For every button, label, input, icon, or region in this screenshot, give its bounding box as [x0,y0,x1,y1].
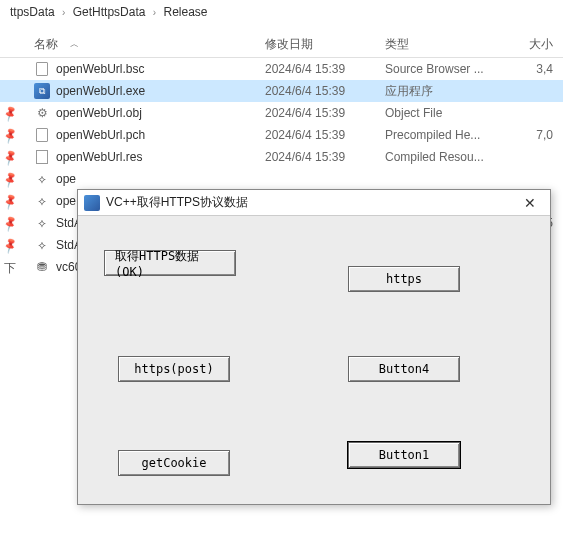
https-post-button[interactable]: https(post) [118,356,230,382]
file-size: 7,0 [505,128,563,142]
file-name: openWebUrl.pch [56,128,145,142]
file-size: 3,4 [505,62,563,76]
file-name: openWebUrl.exe [56,84,145,98]
file-row[interactable]: 📌openWebUrl.pch2024/6/4 15:39Precompiled… [0,124,563,146]
truncated-left-text: 下 [4,260,16,277]
pin-icon: 📌 [0,124,22,145]
file-name: openWebUrl.obj [56,106,142,120]
get-https-data-button[interactable]: 取得HTTPS数据(OK) [104,250,236,276]
column-name[interactable]: 名称 ︿ [20,36,265,53]
breadcrumb-part[interactable]: GetHttpsData [73,5,146,19]
file-type: Source Browser ... [385,62,505,76]
file-type: Precompiled He... [385,128,505,142]
file-name: openWebUrl.res [56,150,142,164]
breadcrumb[interactable]: ttpsData › GetHttpsData › Release [0,0,563,24]
dialog-window: VC++取得HTTPS协议数据 ✕ 取得HTTPS数据(OK) https ht… [77,189,551,505]
file-type: Compiled Resou... [385,150,505,164]
pin-icon [1,64,18,74]
file-row[interactable]: ⧉openWebUrl.exe2024/6/4 15:39应用程序 [0,80,563,102]
app-icon [84,195,100,211]
file-date: 2024/6/4 15:39 [265,84,385,98]
https-button[interactable]: https [348,266,460,292]
button1-button[interactable]: Button1 [348,442,460,468]
file-name: ope [56,172,76,186]
sort-asc-icon: ︿ [70,38,79,51]
column-size[interactable]: 大小 [505,36,563,53]
pin-icon: 📌 [0,234,22,255]
pin-icon: 📌 [0,102,22,123]
get-cookie-button[interactable]: getCookie [118,450,230,476]
pin-icon [1,86,18,96]
dialog-titlebar[interactable]: VC++取得HTTPS协议数据 ✕ [78,190,550,216]
column-date[interactable]: 修改日期 [265,36,385,53]
button4-button[interactable]: Button4 [348,356,460,382]
file-date: 2024/6/4 15:39 [265,106,385,120]
file-date: 2024/6/4 15:39 [265,62,385,76]
breadcrumb-part[interactable]: Release [163,5,207,19]
file-row[interactable]: 📌openWebUrl.res2024/6/4 15:39Compiled Re… [0,146,563,168]
chevron-right-icon: › [62,7,65,18]
file-date: 2024/6/4 15:39 [265,128,385,142]
pin-icon: 📌 [0,190,22,211]
file-row[interactable]: 📌⟡ope [0,168,563,190]
file-name: openWebUrl.bsc [56,62,145,76]
close-icon[interactable]: ✕ [516,195,544,211]
file-row[interactable]: 📌⚙openWebUrl.obj2024/6/4 15:39Object Fil… [0,102,563,124]
pin-icon: 📌 [0,168,22,189]
file-row[interactable]: openWebUrl.bsc2024/6/4 15:39Source Brows… [0,58,563,80]
file-date: 2024/6/4 15:39 [265,150,385,164]
file-name: ope [56,194,76,208]
breadcrumb-part[interactable]: ttpsData [10,5,55,19]
dialog-title: VC++取得HTTPS协议数据 [106,194,510,211]
file-type: Object File [385,106,505,120]
chevron-right-icon: › [153,7,156,18]
pin-icon: 📌 [0,146,22,167]
column-name-label: 名称 [34,36,58,53]
file-type: 应用程序 [385,83,505,100]
pin-icon: 📌 [0,212,22,233]
column-type[interactable]: 类型 [385,36,505,53]
column-headers: 名称 ︿ 修改日期 类型 大小 [0,24,563,58]
